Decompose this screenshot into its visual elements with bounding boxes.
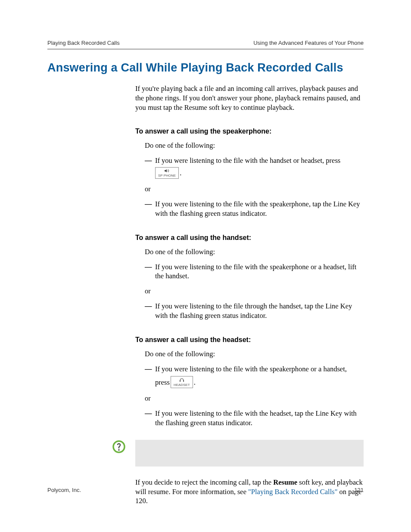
or-text: or — [145, 394, 364, 403]
bullet-text: If you were listening to the file with t… — [155, 365, 347, 373]
bullet-text: If you were listening to the file with t… — [155, 409, 364, 428]
dash-bullet: — — [145, 364, 155, 389]
list-item: — If you were listening to the file with… — [145, 364, 364, 389]
footer-page-number: 121 — [354, 487, 364, 493]
key-label: HEADSET — [174, 383, 190, 387]
subheading-handset: To answer a call using the handset: — [135, 234, 364, 242]
do-one-text: Do one of the following: — [145, 350, 364, 358]
list-item: — If you were listening to the file with… — [145, 262, 364, 281]
subheading-headset: To answer a call using the headset: — [135, 336, 364, 344]
footer-company: Polycom, Inc. — [47, 487, 81, 493]
dash-bullet: — — [145, 156, 155, 179]
speaker-icon — [158, 169, 176, 174]
resume-bold: Resume — [273, 478, 297, 486]
bullet-text-end: . — [194, 378, 196, 387]
note-body — [135, 440, 364, 467]
dash-bullet: — — [145, 199, 155, 218]
list-item: — If you were listening to the file with… — [145, 409, 364, 428]
bullet-text-end: . — [180, 168, 181, 178]
list-item: — If you were listening to the file thro… — [145, 302, 364, 320]
or-text: or — [145, 185, 364, 193]
final-text-1: If you decide to reject the incoming cal… — [135, 478, 273, 486]
svg-rect-0 — [180, 380, 181, 382]
dash-bullet: — — [145, 409, 155, 428]
bullet-text: If you were listening to the file with t… — [155, 262, 364, 281]
bullet-text: If you were listening to the file with t… — [155, 199, 364, 218]
bullet-text: If you were listening to the file with t… — [155, 156, 340, 165]
sp-phone-key: SP PHONE — [155, 167, 179, 179]
do-one-text: Do one of the following: — [145, 141, 364, 150]
dash-bullet: — — [145, 302, 155, 320]
dash-bullet: — — [145, 262, 155, 281]
tip-icon — [112, 440, 126, 455]
or-text: or — [145, 287, 364, 296]
bullet-text-press: press — [155, 378, 170, 387]
headset-icon — [174, 378, 190, 383]
header-rule — [47, 49, 364, 50]
svg-rect-3 — [118, 449, 120, 451]
headset-key: HEADSET — [171, 376, 193, 388]
key-label: SP PHONE — [158, 174, 176, 177]
do-one-text: Do one of the following: — [145, 248, 364, 256]
header-right: Using the Advanced Features of Your Phon… — [253, 40, 364, 46]
note-callout — [47, 440, 364, 467]
bullet-text: If you were listening to the file throug… — [155, 302, 364, 320]
header-left: Playing Back Recorded Calls — [47, 40, 120, 46]
section-title: Answering a Call While Playing Back Reco… — [47, 61, 364, 75]
intro-paragraph: If you're playing back a file and an inc… — [135, 84, 364, 112]
svg-rect-1 — [183, 380, 184, 382]
subheading-speakerphone: To answer a call using the speakerphone: — [135, 128, 364, 135]
list-item: — If you were listening to the file with… — [145, 199, 364, 218]
list-item: — If you were listening to the file with… — [145, 156, 364, 179]
